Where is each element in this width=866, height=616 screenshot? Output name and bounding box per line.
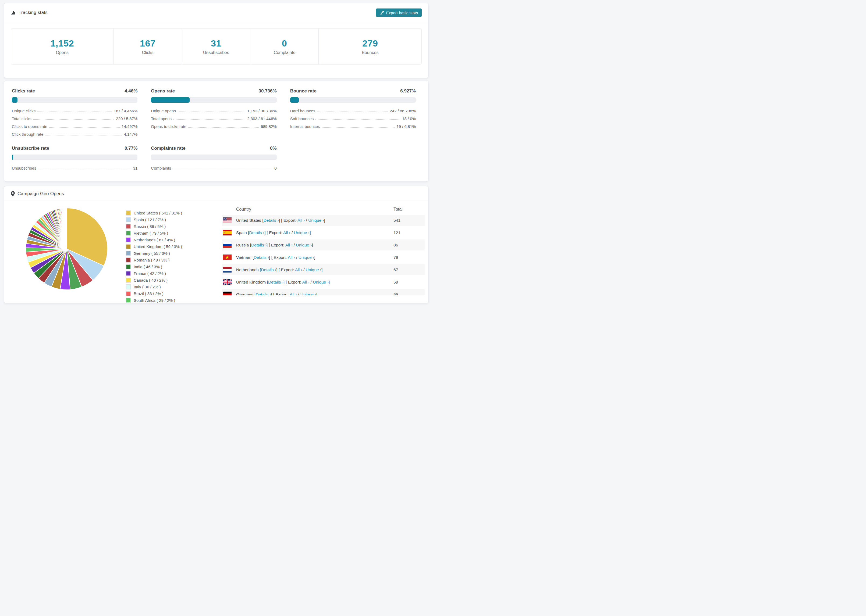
metric-label: Soft bounces [290, 116, 314, 121]
export-all-link[interactable]: All › [288, 255, 295, 259]
metric-label: Unique clicks [12, 108, 36, 113]
stat-cell: 167 Clicks [114, 29, 182, 64]
rate-title: Complaints rate [151, 146, 185, 151]
export-unique-link[interactable]: Unique › [301, 292, 316, 295]
legend-color-swatch [126, 251, 131, 256]
legend-label: Canada ( 40 / 2% ) [134, 278, 168, 283]
bracket: ] [316, 292, 317, 295]
rate-title: Clicks rate [12, 88, 35, 94]
column-header-country: Country [236, 207, 251, 212]
details-link[interactable]: Details › [254, 255, 269, 259]
details-link[interactable]: Details › [268, 280, 283, 284]
dotted-leader [33, 119, 114, 120]
details-link[interactable]: Details › [255, 292, 271, 295]
total-opens-value: 541 [394, 218, 400, 223]
legend-label: Italy ( 36 / 2% ) [134, 284, 161, 289]
export-all-link[interactable]: All › [290, 292, 297, 295]
metric-value: 18 / 0% [402, 116, 416, 121]
table-row: Russia [Details ›] [ Export: All › / Uni… [222, 239, 425, 250]
dotted-leader [173, 169, 272, 169]
metric-label: Opens to clicks rate [151, 124, 186, 129]
export-all-link[interactable]: All › [298, 218, 305, 223]
metric-label: Complaints [151, 166, 171, 170]
export-unique-link[interactable]: Unique › [306, 267, 322, 272]
slash: / [298, 292, 301, 295]
bracket: ] [310, 230, 311, 235]
details-link[interactable]: Details › [249, 230, 265, 235]
export-unique-link[interactable]: Unique › [308, 218, 324, 223]
bracket: ] [321, 267, 323, 272]
rate-metric-row: Internal bounces 19 / 6.81% [290, 124, 416, 129]
country-name: United Kingdom [236, 280, 267, 284]
progress-bar-fill [12, 154, 13, 160]
slash: / [303, 267, 306, 272]
legend-color-swatch [126, 291, 131, 296]
export-prefix: Export: [282, 218, 298, 223]
country-name: Spain [236, 230, 248, 235]
metric-value: 19 / 6.81% [397, 124, 416, 129]
details-link[interactable]: Details › [261, 267, 276, 272]
bracket: ] [269, 255, 270, 259]
export-all-link[interactable]: All › [295, 267, 302, 272]
export-unique-link[interactable]: Unique › [294, 230, 310, 235]
column-header-total: Total [394, 207, 403, 212]
country-flag-icon [223, 292, 231, 295]
table-row: Spain [Details ›] [ Export: All › / Uniq… [222, 227, 425, 238]
export-basic-stats-button[interactable]: Export basic stats [376, 8, 422, 17]
legend-item: India ( 46 / 3% ) [126, 264, 182, 269]
bar-chart-icon [11, 10, 16, 15]
rate-title: Opens rate [151, 88, 175, 94]
rate-panel: Bounce rate 6.927% Hard bounces 242 / 86… [290, 88, 420, 140]
legend-label: India ( 46 / 3% ) [134, 264, 162, 269]
progress-bar [290, 97, 416, 103]
legend-item: Germany ( 55 / 3% ) [126, 251, 182, 256]
dotted-leader [38, 112, 112, 112]
bracket: ] [265, 230, 265, 235]
stat-cell: 0 Complaints [250, 29, 319, 64]
legend-color-swatch [126, 211, 131, 215]
stat-label: Unsubscribes [203, 50, 229, 55]
stat-value: 1,152 [50, 38, 74, 49]
metric-label: Total opens [151, 116, 172, 121]
progress-bar-fill [12, 97, 17, 103]
table-row: Vietnam [Details ›] [ Export: All › / Un… [222, 252, 425, 263]
legend-item: South Africa ( 29 / 2% ) [126, 298, 182, 303]
rate-percent: 30.736% [259, 88, 277, 94]
country-name: Netherlands [236, 267, 260, 272]
country-name: Russia [236, 243, 250, 247]
export-unique-link[interactable]: Unique › [296, 243, 312, 247]
map-pin-icon [11, 191, 15, 196]
legend-item: United Kingdom ( 59 / 3% ) [126, 244, 182, 249]
export-unique-link[interactable]: Unique › [299, 255, 314, 259]
legend-color-swatch [126, 264, 131, 269]
export-all-link[interactable]: All › [302, 280, 310, 284]
legend-color-swatch [126, 278, 131, 283]
table-row: United Kingdom [Details ›] [ Export: All… [222, 277, 425, 288]
export-unique-link[interactable]: Unique › [313, 280, 329, 284]
export-all-link[interactable]: All › [285, 243, 293, 247]
rate-panel: Clicks rate 4.46% Unique clicks 167 / 4.… [12, 88, 142, 140]
rates-grid: Clicks rate 4.46% Unique clicks 167 / 4.… [4, 81, 428, 180]
progress-bar [12, 154, 137, 160]
export-icon [380, 11, 384, 14]
export-all-link[interactable]: All › [283, 230, 290, 235]
legend-color-swatch [126, 217, 131, 222]
legend-item: Brazil ( 33 / 2% ) [126, 291, 182, 296]
metric-value: 689.82% [261, 124, 277, 129]
dotted-leader [178, 112, 245, 112]
rates-card: Clicks rate 4.46% Unique clicks 167 / 4.… [4, 81, 428, 181]
details-link[interactable]: Details › [264, 218, 279, 223]
rate-metric-row: Unique opens 1,152 / 30.736% [151, 108, 277, 113]
country-flag-icon [223, 217, 231, 223]
legend-label: Netherlands ( 67 / 4% ) [134, 237, 175, 242]
rate-metric-row: Clicks to opens rate 14.497% [12, 124, 137, 129]
pie-slice[interactable] [66, 208, 67, 249]
stat-cell: 1,152 Opens [11, 29, 114, 64]
geo-pie-chart[interactable] [25, 207, 109, 291]
metric-value: 2,303 / 61.446% [247, 116, 277, 121]
export-prefix: Export: [287, 280, 302, 284]
table-row: Netherlands [Details ›] [ Export: All › … [222, 264, 425, 275]
rate-percent: 6.927% [400, 88, 416, 94]
metric-label: Click through rate [12, 132, 44, 137]
details-link[interactable]: Details › [251, 243, 266, 247]
